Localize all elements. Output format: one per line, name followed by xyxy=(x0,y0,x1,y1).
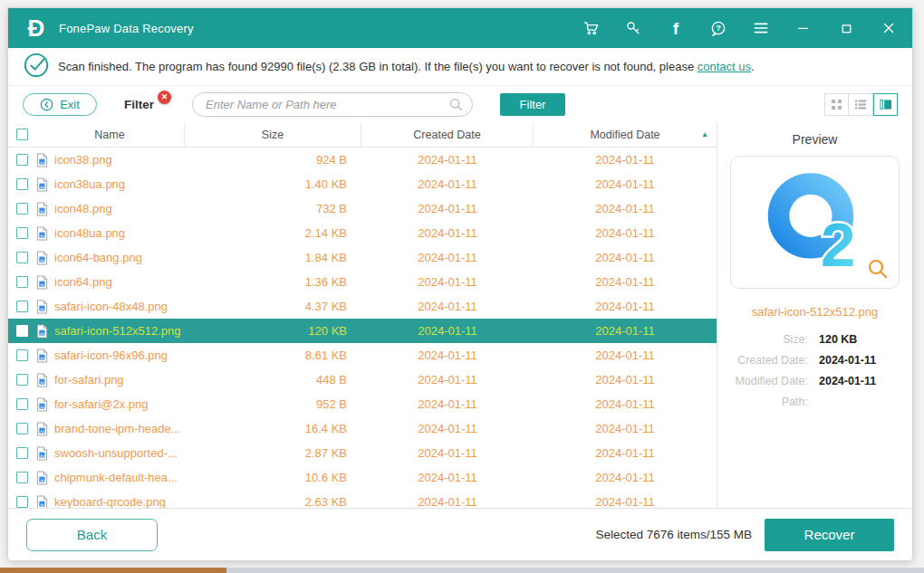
back-circle-icon xyxy=(40,98,53,111)
footer-right: Selected 7676 items/155 MB Recover xyxy=(595,519,894,551)
file-size: 8.61 KB xyxy=(305,349,347,362)
app-window: Ð FonePaw Data Recovery f ? xyxy=(7,7,913,561)
file-name: for-safari@2x.png xyxy=(54,397,149,411)
file-size: 1.40 KB xyxy=(305,177,347,191)
footer: Back Selected 7676 items/155 MB Recover xyxy=(8,508,912,560)
exit-button[interactable]: Exit xyxy=(23,93,97,116)
svg-text:?: ? xyxy=(716,24,721,33)
row-checkbox[interactable] xyxy=(16,447,28,459)
file-created-date: 2024-01-11 xyxy=(418,153,477,167)
row-checkbox[interactable] xyxy=(16,398,28,410)
row-checkbox[interactable] xyxy=(16,154,28,166)
menu-icon[interactable] xyxy=(752,19,770,37)
file-table: Name Size Created Date Modified Date▲ ic… xyxy=(8,122,717,508)
file-name: safari-icon-512x512.png xyxy=(54,324,180,338)
image-file-icon xyxy=(35,153,49,167)
row-checkbox[interactable] xyxy=(16,423,28,435)
main-content: Name Size Created Date Modified Date▲ ic… xyxy=(8,122,912,508)
row-checkbox[interactable] xyxy=(16,178,28,190)
search-icon xyxy=(448,97,464,116)
search-input[interactable] xyxy=(192,92,473,117)
help-icon[interactable]: ? xyxy=(709,19,727,37)
zoom-icon[interactable] xyxy=(866,257,890,284)
image-file-icon xyxy=(35,495,49,509)
table-row[interactable]: icon48.png 732 B 2024-01-11 2024-01-11 xyxy=(8,196,717,221)
table-row[interactable]: icon64-bang.png 1.84 KB 2024-01-11 2024-… xyxy=(8,245,717,270)
file-modified-date: 2024-01-11 xyxy=(595,373,655,387)
app-logo-icon: Ð xyxy=(23,14,50,42)
table-row[interactable]: brand-tone-ipm-heade... 16.4 KB 2024-01-… xyxy=(8,416,717,441)
file-size: 924 B xyxy=(316,153,347,167)
column-header-modified-date[interactable]: Modified Date▲ xyxy=(534,122,717,147)
detail-row-path: Path: xyxy=(717,396,912,408)
column-header-created-date[interactable]: Created Date xyxy=(361,122,534,147)
row-checkbox[interactable] xyxy=(16,472,28,483)
row-checkbox[interactable] xyxy=(16,276,28,288)
file-created-date: 2024-01-11 xyxy=(418,373,477,387)
table-row[interactable]: safari-icon-48x48.png 4.37 KB 2024-01-11… xyxy=(8,294,717,319)
close-icon[interactable] xyxy=(880,19,898,37)
row-checkbox[interactable] xyxy=(16,374,28,386)
file-name: keyboard-qrcode.png xyxy=(54,495,166,508)
table-row[interactable]: safari-icon-96x96.png 8.61 KB 2024-01-11… xyxy=(8,343,717,368)
check-circle-icon xyxy=(23,52,50,82)
cart-icon[interactable] xyxy=(582,19,600,37)
file-name: swoosh-unsupported-... xyxy=(54,446,178,460)
table-row[interactable]: icon64.png 1.36 KB 2024-01-11 2024-01-11 xyxy=(8,270,717,294)
titlebar-icons: f ? xyxy=(582,19,898,37)
table-row[interactable]: swoosh-unsupported-... 2.87 KB 2024-01-1… xyxy=(8,441,717,465)
maximize-icon[interactable] xyxy=(837,19,855,37)
app-title: FonePaw Data Recovery xyxy=(59,22,194,35)
file-created-date: 2024-01-11 xyxy=(418,495,477,508)
file-size: 2.14 KB xyxy=(305,226,347,240)
image-file-icon xyxy=(35,422,49,436)
desktop-strip xyxy=(0,568,924,573)
file-modified-date: 2024-01-11 xyxy=(595,495,655,508)
row-checkbox[interactable] xyxy=(16,301,28,312)
search-field-wrap xyxy=(192,92,473,117)
table-row[interactable]: chipmunk-default-hea... 10.6 KB 2024-01-… xyxy=(8,465,717,490)
contact-us-link[interactable]: contact us xyxy=(698,60,751,73)
file-modified-date: 2024-01-11 xyxy=(595,471,655,484)
sort-ascending-icon[interactable]: ▲ xyxy=(701,130,708,138)
list-view-icon[interactable] xyxy=(849,93,873,116)
file-modified-date: 2024-01-11 xyxy=(595,226,655,240)
table-row[interactable]: icon38.png 924 B 2024-01-11 2024-01-11 xyxy=(8,148,717,172)
file-size: 952 B xyxy=(316,397,347,411)
file-name: safari-icon-48x48.png xyxy=(54,300,168,313)
filter-button[interactable]: Filter xyxy=(500,93,565,116)
file-name: icon48.png xyxy=(54,202,112,215)
scan-result-banner: Scan finished. The program has found 929… xyxy=(8,48,912,86)
file-size: 2.87 KB xyxy=(305,446,347,460)
row-checkbox[interactable] xyxy=(16,252,28,263)
table-row[interactable]: for-safari.png 448 B 2024-01-11 2024-01-… xyxy=(8,368,717,392)
table-row[interactable]: for-safari@2x.png 952 B 2024-01-11 2024-… xyxy=(8,392,717,416)
back-button[interactable]: Back xyxy=(26,519,158,551)
grid-view-icon[interactable] xyxy=(824,93,849,116)
row-checkbox[interactable] xyxy=(16,203,28,215)
preview-filename: safari-icon-512x512.png xyxy=(717,305,912,319)
row-checkbox[interactable] xyxy=(16,349,28,361)
key-icon[interactable] xyxy=(624,19,642,37)
row-checkbox[interactable] xyxy=(16,325,28,337)
file-modified-date: 2024-01-11 xyxy=(595,324,655,338)
column-header-size[interactable]: Size xyxy=(185,122,361,147)
exit-button-label: Exit xyxy=(60,98,80,111)
image-file-icon xyxy=(35,251,49,265)
table-row[interactable]: icon38ua.png 1.40 KB 2024-01-11 2024-01-… xyxy=(8,172,717,196)
column-header-name[interactable]: Name xyxy=(35,122,185,147)
filter-label: Filter ✕ xyxy=(124,98,154,111)
table-row[interactable]: icon48ua.png 2.14 KB 2024-01-11 2024-01-… xyxy=(8,221,717,245)
file-created-date: 2024-01-11 xyxy=(418,275,477,289)
preview-image: 2 xyxy=(762,167,869,279)
recover-button[interactable]: Recover xyxy=(765,519,894,551)
row-checkbox[interactable] xyxy=(16,496,28,508)
filter-clear-icon[interactable]: ✕ xyxy=(158,91,171,104)
select-all-checkbox[interactable] xyxy=(16,129,28,140)
facebook-icon[interactable]: f xyxy=(667,19,685,37)
preview-view-icon[interactable] xyxy=(873,93,898,116)
minimize-icon[interactable] xyxy=(794,19,813,37)
table-row[interactable]: safari-icon-512x512.png 120 KB 2024-01-1… xyxy=(8,319,717,343)
table-row[interactable]: keyboard-qrcode.png 2.63 KB 2024-01-11 2… xyxy=(8,490,717,508)
row-checkbox[interactable] xyxy=(16,227,28,239)
